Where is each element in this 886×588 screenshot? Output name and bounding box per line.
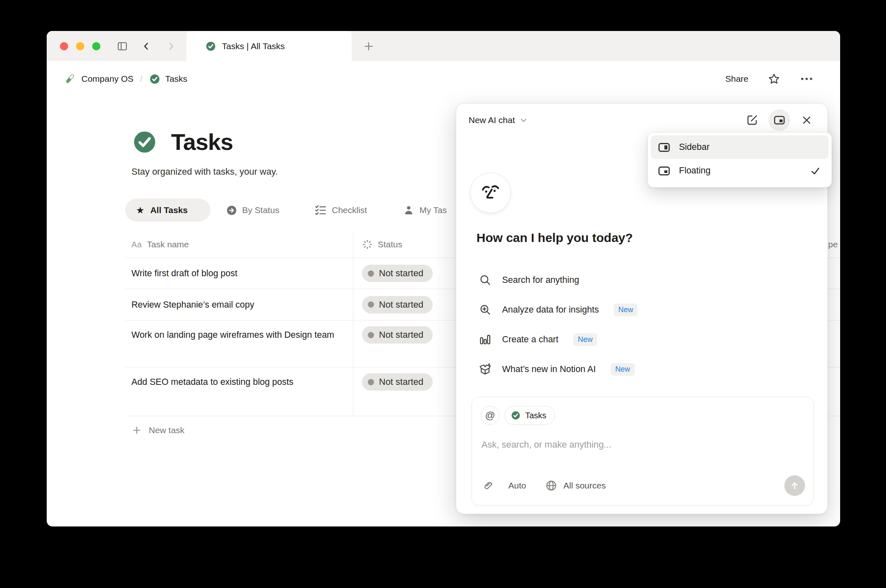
top-actions: Share: [725, 61, 814, 97]
notion-ai-face-logo: [470, 173, 511, 213]
zoom-in-icon: [479, 303, 491, 316]
view-tab-by-status[interactable]: By Status: [226, 199, 279, 222]
suggestion-search[interactable]: Search for anything: [479, 270, 579, 290]
status-dot-icon: [368, 379, 374, 385]
tab-title: Tasks | All Tasks: [222, 41, 285, 51]
status-spinner-icon: [362, 239, 373, 250]
dropdown-item-label: Sidebar: [679, 142, 710, 152]
view-tab-label: Checklist: [332, 205, 367, 215]
column-header-partial[interactable]: pe: [826, 231, 840, 258]
suggestion-chart[interactable]: Create a chart New: [479, 330, 597, 349]
breadcrumb-separator: /: [140, 74, 143, 84]
ai-composer[interactable]: @ Tasks Ask, search, or make anything...…: [472, 397, 814, 505]
column-header-label: Status: [378, 239, 403, 249]
globe-icon[interactable]: [545, 479, 557, 492]
status-label: Not started: [379, 268, 424, 279]
checklist-icon: [314, 204, 327, 216]
column-header-label: pe: [828, 239, 838, 249]
status-dot-icon: [368, 270, 374, 277]
suggestion-label: Analyze data for insights: [502, 305, 599, 315]
bar-chart-icon: [479, 333, 491, 346]
mention-button[interactable]: @: [481, 406, 500, 425]
new-badge: New: [611, 363, 635, 376]
view-tab-label: All Tasks: [150, 205, 188, 215]
dropdown-item-label: Floating: [679, 166, 711, 176]
context-chip-label: Tasks: [525, 411, 546, 420]
star-icon: ★: [136, 206, 145, 215]
ai-input[interactable]: Ask, search, or make anything...: [481, 439, 804, 450]
close-window-button[interactable]: [60, 42, 68, 50]
new-chat-compose-icon[interactable]: [741, 109, 763, 131]
status-label: Not started: [379, 330, 424, 340]
close-icon[interactable]: [796, 109, 817, 131]
attachment-paperclip-icon[interactable]: [482, 479, 494, 492]
status-dot-icon: [368, 332, 374, 338]
chevron-down-icon[interactable]: [519, 116, 528, 125]
ai-greeting: How can I help you today?: [476, 231, 633, 245]
task-name-cell[interactable]: Write first draft of blog post: [131, 259, 238, 288]
status-label: Not started: [379, 377, 424, 387]
suggestion-label: Create a chart: [502, 334, 558, 345]
zoom-window-button[interactable]: [92, 42, 100, 50]
new-badge: New: [614, 303, 638, 316]
text-property-icon: Aa: [131, 240, 142, 249]
page-title: Tasks: [171, 128, 233, 155]
task-name-cell[interactable]: Work on landing page wireframes with Des…: [131, 320, 334, 349]
person-icon: [403, 204, 414, 216]
tasks-check-icon: [149, 74, 160, 85]
task-name-cell[interactable]: Add SEO metadata to existing blog posts: [131, 368, 293, 396]
context-chip-tasks[interactable]: Tasks: [505, 406, 555, 425]
tasks-check-icon: [205, 41, 216, 52]
dropdown-item-floating[interactable]: Floating: [651, 159, 829, 183]
new-tab-icon[interactable]: [362, 40, 375, 52]
arrow-circle-icon: [226, 205, 237, 216]
sidebar-layout-icon: [657, 141, 671, 154]
suggestion-whats-new[interactable]: What’s new in Notion AI New: [479, 359, 635, 379]
screen: Tasks | All Tasks Company OS / Tasks Sha…: [0, 0, 886, 588]
toggle-sidebar-icon[interactable]: [116, 40, 129, 52]
tasks-check-icon: [131, 129, 158, 155]
breadcrumb-workspace[interactable]: Company OS: [81, 74, 133, 84]
floating-layout-icon: [657, 164, 671, 178]
suggestion-analyze[interactable]: Analyze data for insights New: [479, 300, 638, 320]
suggestion-label: What’s new in Notion AI: [502, 364, 596, 375]
search-icon: [479, 274, 491, 286]
panel-position-icon[interactable]: [769, 109, 790, 131]
plus-icon: [131, 425, 142, 436]
page-title-row: Tasks: [131, 128, 233, 155]
status-badge[interactable]: Not started: [362, 265, 433, 282]
share-button[interactable]: Share: [725, 74, 748, 84]
back-icon[interactable]: [140, 40, 152, 52]
tasks-check-icon: [511, 410, 521, 420]
tab-tasks-all-tasks[interactable]: Tasks | All Tasks: [186, 31, 352, 61]
view-tab-all-tasks[interactable]: ★ All Tasks: [125, 199, 210, 222]
sources-selector[interactable]: All sources: [563, 481, 606, 491]
send-button[interactable]: [784, 475, 805, 496]
ai-panel-header: New AI chat: [456, 104, 827, 137]
view-tab-checklist[interactable]: Checklist: [314, 199, 367, 222]
page-subtitle: Stay organized with tasks, your way.: [131, 166, 278, 177]
mode-selector[interactable]: Auto: [508, 481, 526, 491]
composer-toolbar: Auto All sources: [472, 470, 813, 505]
dropdown-item-sidebar[interactable]: Sidebar: [651, 135, 829, 159]
more-options-icon[interactable]: [800, 72, 814, 86]
minimize-window-button[interactable]: [76, 42, 84, 50]
view-tab-label: By Status: [242, 205, 279, 215]
check-icon: [810, 165, 821, 177]
window-tab-bar: Tasks | All Tasks: [47, 31, 840, 61]
breadcrumb-page[interactable]: Tasks: [165, 74, 188, 84]
task-name-cell[interactable]: Review Stephanie’s email copy: [131, 290, 254, 319]
favorite-star-icon[interactable]: [767, 72, 781, 85]
view-tab-label: My Tas: [419, 205, 447, 215]
view-tab-my-tasks[interactable]: My Tas: [403, 199, 447, 222]
status-label: Not started: [379, 299, 424, 310]
status-badge[interactable]: Not started: [362, 326, 433, 344]
ai-chat-title[interactable]: New AI chat: [469, 115, 515, 125]
arrow-up-icon: [789, 480, 800, 491]
column-header-task-name[interactable]: Aa Task name: [125, 231, 353, 258]
test-tube-icon: [63, 72, 76, 85]
status-badge[interactable]: Not started: [362, 296, 433, 313]
forward-icon[interactable]: [165, 40, 177, 52]
gift-box-icon: [479, 363, 491, 375]
status-badge[interactable]: Not started: [362, 373, 433, 391]
